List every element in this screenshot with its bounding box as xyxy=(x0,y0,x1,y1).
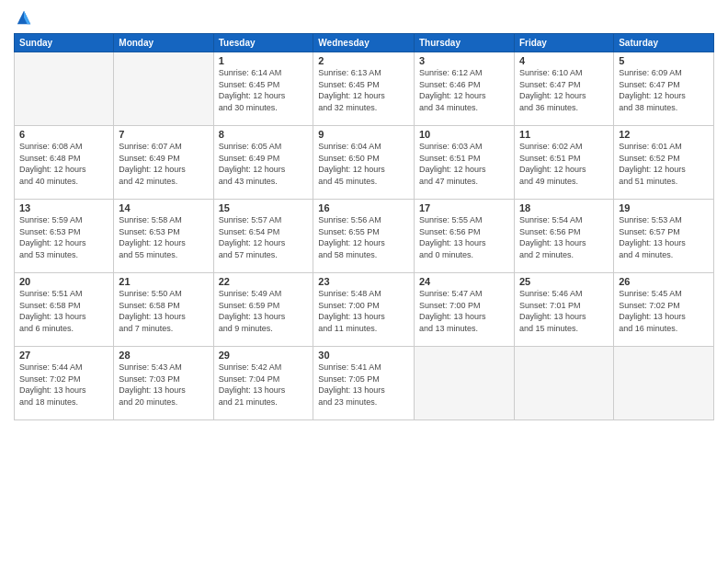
calendar-cell: 27Sunrise: 5:44 AM Sunset: 7:02 PM Dayli… xyxy=(15,347,114,420)
calendar-cell: 11Sunrise: 6:02 AM Sunset: 6:51 PM Dayli… xyxy=(514,126,613,200)
day-number: 19 xyxy=(619,202,709,213)
day-number: 27 xyxy=(19,350,108,361)
day-detail: Sunrise: 6:09 AM Sunset: 6:47 PM Dayligh… xyxy=(619,67,709,113)
day-number: 3 xyxy=(419,55,509,66)
calendar-cell: 10Sunrise: 6:03 AM Sunset: 6:51 PM Dayli… xyxy=(414,126,514,200)
calendar-cell: 30Sunrise: 5:41 AM Sunset: 7:05 PM Dayli… xyxy=(313,347,415,420)
calendar-cell: 18Sunrise: 5:54 AM Sunset: 6:56 PM Dayli… xyxy=(514,200,613,273)
day-number: 13 xyxy=(19,202,108,213)
day-detail: Sunrise: 6:12 AM Sunset: 6:46 PM Dayligh… xyxy=(419,67,509,113)
calendar-cell: 26Sunrise: 5:45 AM Sunset: 7:02 PM Dayli… xyxy=(614,273,714,347)
calendar-table: SundayMondayTuesdayWednesdayThursdayFrid… xyxy=(14,33,714,420)
day-detail: Sunrise: 6:01 AM Sunset: 6:52 PM Dayligh… xyxy=(619,141,709,187)
day-detail: Sunrise: 6:05 AM Sunset: 6:49 PM Dayligh… xyxy=(219,141,309,187)
calendar-cell xyxy=(15,52,114,126)
day-number: 1 xyxy=(219,55,309,66)
day-detail: Sunrise: 5:55 AM Sunset: 6:56 PM Dayligh… xyxy=(419,214,509,260)
calendar-cell: 14Sunrise: 5:58 AM Sunset: 6:53 PM Dayli… xyxy=(114,200,213,273)
calendar-cell: 2Sunrise: 6:13 AM Sunset: 6:45 PM Daylig… xyxy=(313,52,415,126)
weekday-header: Thursday xyxy=(414,34,514,52)
day-detail: Sunrise: 5:41 AM Sunset: 7:05 PM Dayligh… xyxy=(318,362,409,408)
day-detail: Sunrise: 6:07 AM Sunset: 6:49 PM Dayligh… xyxy=(119,141,208,187)
day-number: 11 xyxy=(519,129,609,140)
page: SundayMondayTuesdayWednesdayThursdayFrid… xyxy=(0,0,728,563)
calendar-week-row: 20Sunrise: 5:51 AM Sunset: 6:58 PM Dayli… xyxy=(15,273,714,347)
calendar-cell: 24Sunrise: 5:47 AM Sunset: 7:00 PM Dayli… xyxy=(414,273,514,347)
logo xyxy=(14,9,32,26)
calendar-cell: 12Sunrise: 6:01 AM Sunset: 6:52 PM Dayli… xyxy=(614,126,714,200)
calendar-cell: 7Sunrise: 6:07 AM Sunset: 6:49 PM Daylig… xyxy=(114,126,213,200)
weekday-header: Saturday xyxy=(614,34,714,52)
day-number: 15 xyxy=(219,202,309,213)
day-detail: Sunrise: 6:03 AM Sunset: 6:51 PM Dayligh… xyxy=(419,141,509,187)
day-detail: Sunrise: 5:45 AM Sunset: 7:02 PM Dayligh… xyxy=(619,288,709,334)
calendar-header-row: SundayMondayTuesdayWednesdayThursdayFrid… xyxy=(15,34,714,52)
day-detail: Sunrise: 5:46 AM Sunset: 7:01 PM Dayligh… xyxy=(519,288,609,334)
day-detail: Sunrise: 5:51 AM Sunset: 6:58 PM Dayligh… xyxy=(19,288,108,334)
calendar-cell xyxy=(414,347,514,420)
day-detail: Sunrise: 5:44 AM Sunset: 7:02 PM Dayligh… xyxy=(19,362,108,408)
day-number: 17 xyxy=(419,202,509,213)
calendar-week-row: 13Sunrise: 5:59 AM Sunset: 6:53 PM Dayli… xyxy=(15,200,714,273)
calendar-cell: 15Sunrise: 5:57 AM Sunset: 6:54 PM Dayli… xyxy=(213,200,313,273)
day-number: 9 xyxy=(318,129,409,140)
calendar-cell: 21Sunrise: 5:50 AM Sunset: 6:58 PM Dayli… xyxy=(114,273,213,347)
calendar-cell: 4Sunrise: 6:10 AM Sunset: 6:47 PM Daylig… xyxy=(514,52,613,126)
day-detail: Sunrise: 6:08 AM Sunset: 6:48 PM Dayligh… xyxy=(19,141,108,187)
day-number: 18 xyxy=(519,202,609,213)
calendar-week-row: 1Sunrise: 6:14 AM Sunset: 6:45 PM Daylig… xyxy=(15,52,714,126)
day-number: 7 xyxy=(119,129,208,140)
day-detail: Sunrise: 6:13 AM Sunset: 6:45 PM Dayligh… xyxy=(318,67,409,113)
day-detail: Sunrise: 5:50 AM Sunset: 6:58 PM Dayligh… xyxy=(119,288,208,334)
weekday-header: Friday xyxy=(514,34,613,52)
day-detail: Sunrise: 5:42 AM Sunset: 7:04 PM Dayligh… xyxy=(219,362,309,408)
calendar-cell: 29Sunrise: 5:42 AM Sunset: 7:04 PM Dayli… xyxy=(213,347,313,420)
calendar-cell: 13Sunrise: 5:59 AM Sunset: 6:53 PM Dayli… xyxy=(15,200,114,273)
day-detail: Sunrise: 5:58 AM Sunset: 6:53 PM Dayligh… xyxy=(119,214,208,260)
day-detail: Sunrise: 5:47 AM Sunset: 7:00 PM Dayligh… xyxy=(419,288,509,334)
calendar-cell: 25Sunrise: 5:46 AM Sunset: 7:01 PM Dayli… xyxy=(514,273,613,347)
day-number: 16 xyxy=(318,202,409,213)
calendar-cell: 22Sunrise: 5:49 AM Sunset: 6:59 PM Dayli… xyxy=(213,273,313,347)
day-detail: Sunrise: 5:57 AM Sunset: 6:54 PM Dayligh… xyxy=(219,214,309,260)
day-number: 25 xyxy=(519,276,609,287)
day-number: 28 xyxy=(119,350,208,361)
calendar-cell xyxy=(114,52,213,126)
day-number: 29 xyxy=(219,350,309,361)
calendar-cell: 9Sunrise: 6:04 AM Sunset: 6:50 PM Daylig… xyxy=(313,126,415,200)
day-detail: Sunrise: 5:56 AM Sunset: 6:55 PM Dayligh… xyxy=(318,214,409,260)
day-number: 2 xyxy=(318,55,409,66)
logo-icon xyxy=(16,9,32,26)
calendar-cell: 20Sunrise: 5:51 AM Sunset: 6:58 PM Dayli… xyxy=(15,273,114,347)
calendar-week-row: 27Sunrise: 5:44 AM Sunset: 7:02 PM Dayli… xyxy=(15,347,714,420)
calendar-cell: 3Sunrise: 6:12 AM Sunset: 6:46 PM Daylig… xyxy=(414,52,514,126)
calendar-cell: 16Sunrise: 5:56 AM Sunset: 6:55 PM Dayli… xyxy=(313,200,415,273)
day-number: 12 xyxy=(619,129,709,140)
day-number: 26 xyxy=(619,276,709,287)
calendar-cell: 1Sunrise: 6:14 AM Sunset: 6:45 PM Daylig… xyxy=(213,52,313,126)
calendar-cell: 28Sunrise: 5:43 AM Sunset: 7:03 PM Dayli… xyxy=(114,347,213,420)
day-detail: Sunrise: 5:53 AM Sunset: 6:57 PM Dayligh… xyxy=(619,214,709,260)
day-number: 6 xyxy=(19,129,108,140)
day-number: 4 xyxy=(519,55,609,66)
day-number: 8 xyxy=(219,129,309,140)
day-detail: Sunrise: 5:49 AM Sunset: 6:59 PM Dayligh… xyxy=(219,288,309,334)
calendar-cell: 5Sunrise: 6:09 AM Sunset: 6:47 PM Daylig… xyxy=(614,52,714,126)
day-detail: Sunrise: 6:14 AM Sunset: 6:45 PM Dayligh… xyxy=(219,67,309,113)
day-number: 30 xyxy=(318,350,409,361)
weekday-header: Sunday xyxy=(15,34,114,52)
day-number: 10 xyxy=(419,129,509,140)
day-number: 20 xyxy=(19,276,108,287)
day-number: 5 xyxy=(619,55,709,66)
day-detail: Sunrise: 5:48 AM Sunset: 7:00 PM Dayligh… xyxy=(318,288,409,334)
day-detail: Sunrise: 5:43 AM Sunset: 7:03 PM Dayligh… xyxy=(119,362,208,408)
day-detail: Sunrise: 6:04 AM Sunset: 6:50 PM Dayligh… xyxy=(318,141,409,187)
day-detail: Sunrise: 5:59 AM Sunset: 6:53 PM Dayligh… xyxy=(19,214,108,260)
calendar-cell: 17Sunrise: 5:55 AM Sunset: 6:56 PM Dayli… xyxy=(414,200,514,273)
header xyxy=(14,9,714,26)
calendar-cell: 23Sunrise: 5:48 AM Sunset: 7:00 PM Dayli… xyxy=(313,273,415,347)
calendar-cell: 8Sunrise: 6:05 AM Sunset: 6:49 PM Daylig… xyxy=(213,126,313,200)
day-detail: Sunrise: 6:10 AM Sunset: 6:47 PM Dayligh… xyxy=(519,67,609,113)
calendar-week-row: 6Sunrise: 6:08 AM Sunset: 6:48 PM Daylig… xyxy=(15,126,714,200)
calendar-cell: 19Sunrise: 5:53 AM Sunset: 6:57 PM Dayli… xyxy=(614,200,714,273)
